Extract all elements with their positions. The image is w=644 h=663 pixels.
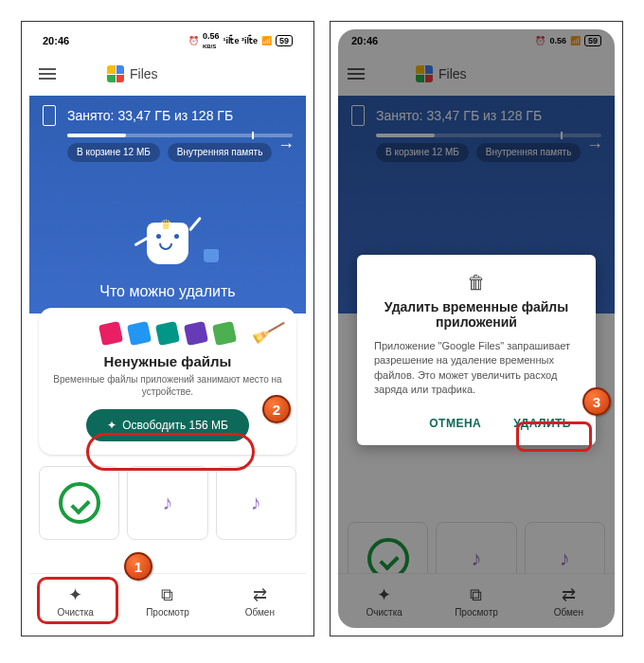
device-icon xyxy=(43,105,56,126)
storage-hero: Занято: 33,47 ГБ из 128 ГБ → В корзине 1… xyxy=(29,96,306,314)
cancel-button[interactable]: ОТМЕНА xyxy=(421,411,489,436)
delete-confirm-dialog: 🗑 Удалить временные файлы приложений При… xyxy=(357,255,596,445)
card-title: Ненужные файлы xyxy=(50,353,285,369)
chevron-right-icon[interactable]: → xyxy=(277,135,295,155)
highlight-nav-clean xyxy=(37,577,118,624)
music-note-icon: ♪ xyxy=(162,491,172,515)
app-logo: Files xyxy=(107,65,158,82)
nav-share[interactable]: ⇄ Обмен xyxy=(214,574,306,628)
share-icon: ⇄ xyxy=(253,584,267,605)
nav-browse[interactable]: ⧉ Просмотр xyxy=(121,574,213,628)
dialog-title: Удалить временные файлы приложений xyxy=(374,299,579,330)
storage-progress-bar xyxy=(67,134,293,137)
highlight-delete-button xyxy=(516,421,592,452)
folder-search-icon: ⧉ xyxy=(161,585,173,605)
screenshot-1: 20:46 ⏰ 0.56KB/S ¹ilt̃e ²ilt̃e 📶 59 File… xyxy=(21,21,314,636)
sparkle-icon: ✦ xyxy=(107,419,116,432)
status-icons: ⏰ 0.56KB/S ¹ilt̃e ²ilt̃e 📶 59 xyxy=(188,31,293,50)
step-marker-2: 2 xyxy=(262,395,291,423)
chip-trash[interactable]: В корзине 12 МБ xyxy=(67,143,160,162)
card-subtitle: Временные файлы приложений занимают мест… xyxy=(50,373,285,398)
phone-screen: 20:46 ⏰ 0.56 📶 59 Files Занято: 33,47 ГБ… xyxy=(338,29,615,628)
suggestion-thumbnails: ♪ ♪ xyxy=(39,466,296,540)
nav-share-label: Обмен xyxy=(245,607,275,618)
dialog-body: Приложение "Google Files" запрашивает ра… xyxy=(374,339,579,398)
sber-icon xyxy=(59,482,100,524)
step-marker-3: 3 xyxy=(582,387,611,416)
music-note-icon: ♪ xyxy=(251,491,261,515)
free-up-label: Освободить 156 МБ xyxy=(122,419,228,432)
nav-browse-label: Просмотр xyxy=(146,607,189,618)
hero-title: Что можно удалить xyxy=(29,283,306,300)
broom-icon: 🧹 xyxy=(250,314,287,349)
chip-internal[interactable]: Внутренняя память xyxy=(168,143,273,162)
thumb-audio-2[interactable]: ♪ xyxy=(216,466,296,540)
trash-icon: 🗑 xyxy=(374,272,579,294)
screenshot-2: 20:46 ⏰ 0.56 📶 59 Files Занято: 33,47 ГБ… xyxy=(330,21,623,636)
hamburger-icon[interactable] xyxy=(39,65,62,82)
highlight-free-button xyxy=(86,433,255,471)
thumb-audio-1[interactable]: ♪ xyxy=(127,466,207,540)
status-bar: 20:46 ⏰ 0.56KB/S ¹ilt̃e ²ilt̃e 📶 59 xyxy=(29,29,306,52)
app-bar: Files xyxy=(29,52,306,96)
storage-usage-text: Занято: 33,47 ГБ из 128 ГБ xyxy=(67,108,233,123)
thumb-app[interactable] xyxy=(39,466,119,540)
files-logo-icon xyxy=(107,65,124,82)
status-time: 20:46 xyxy=(43,35,69,46)
app-name: Files xyxy=(130,66,158,81)
phone-screen: 20:46 ⏰ 0.56KB/S ¹ilt̃e ²ilt̃e 📶 59 File… xyxy=(29,29,306,628)
step-marker-1: 1 xyxy=(124,552,152,581)
mascot-icon: ♛ xyxy=(139,211,196,268)
